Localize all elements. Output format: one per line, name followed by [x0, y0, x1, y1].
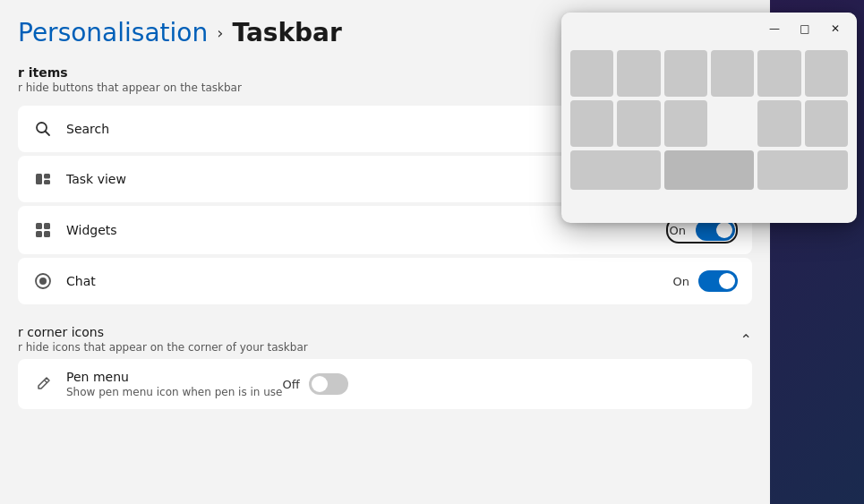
breadcrumb-current: Taskbar — [232, 18, 341, 47]
pen-menu-label: Pen menu — [66, 370, 282, 384]
thumbnail-1-6 — [805, 50, 848, 97]
corner-icons-title: r corner icons — [18, 325, 308, 339]
pen-menu-sublabel: Show pen menu icon when pen is in use — [66, 386, 282, 398]
thumbnail-row-3 — [570, 150, 848, 190]
thumbnail-1-3 — [664, 50, 707, 97]
chat-icon — [32, 270, 54, 292]
thumbnail-2-5 — [757, 100, 800, 147]
thumbnail-1-2 — [617, 50, 660, 97]
pen-menu-icon — [32, 373, 54, 395]
thumbnail-2-1 — [570, 100, 613, 147]
svg-line-11 — [45, 380, 47, 383]
svg-rect-4 — [44, 180, 50, 184]
svg-rect-3 — [44, 174, 50, 179]
close-button[interactable]: ✕ — [821, 18, 850, 39]
search-icon — [32, 118, 54, 140]
thumbnail-1-1 — [570, 50, 613, 97]
thumbnail-3-1 — [570, 150, 661, 190]
pen-menu-toggle[interactable] — [309, 373, 348, 395]
thumbnail-2-gap — [711, 100, 754, 147]
breadcrumb-parent[interactable]: Personalisation — [18, 18, 208, 47]
widgets-icon — [32, 219, 54, 241]
popup-window: — □ ✕ — [561, 13, 857, 223]
pen-menu-right: Off — [282, 373, 347, 395]
popup-content — [561, 45, 857, 202]
pen-menu-item: Pen menu Show pen menu icon when pen is … — [18, 359, 752, 409]
svg-point-10 — [39, 278, 47, 285]
widgets-status: On — [669, 224, 685, 237]
breadcrumb-separator: › — [217, 23, 223, 42]
chat-toggle[interactable] — [698, 270, 738, 292]
svg-rect-6 — [44, 223, 50, 229]
chat-right: On — [673, 270, 738, 292]
thumbnail-3-2 — [664, 150, 755, 190]
svg-line-1 — [46, 132, 50, 136]
task-view-icon — [32, 168, 54, 190]
svg-rect-7 — [36, 231, 42, 237]
minimize-button[interactable]: — — [760, 18, 789, 39]
pen-menu-toggle-thumb — [312, 376, 328, 392]
corner-icons-subtitle: r hide icons that appear on the corner o… — [18, 341, 308, 354]
svg-rect-8 — [44, 231, 50, 237]
chat-label: Chat — [66, 274, 673, 288]
thumbnail-1-4 — [711, 50, 754, 97]
popup-titlebar: — □ ✕ — [561, 13, 857, 45]
chat-toggle-thumb — [719, 273, 735, 289]
chat-item: Chat On — [18, 258, 752, 304]
thumbnail-2-2 — [617, 100, 660, 147]
svg-rect-5 — [36, 223, 42, 229]
corner-icons-text: r corner icons r hide icons that appear … — [18, 325, 308, 354]
thumbnail-row-2 — [570, 100, 848, 147]
thumbnail-2-3 — [664, 100, 707, 147]
thumbnail-3-3 — [757, 150, 848, 190]
thumbnail-2-6 — [805, 100, 848, 147]
corner-icons-chevron[interactable]: ⌃ — [740, 331, 752, 348]
thumbnail-1-5 — [757, 50, 800, 97]
widgets-label: Widgets — [66, 223, 666, 237]
pen-menu-status: Off — [282, 378, 299, 391]
pen-menu-section: Pen menu Show pen menu icon when pen is … — [0, 359, 770, 417]
corner-icons-divider: r corner icons r hide icons that appear … — [0, 312, 770, 359]
pen-menu-text: Pen menu Show pen menu icon when pen is … — [66, 370, 282, 398]
widgets-toggle-thumb — [716, 222, 732, 238]
svg-rect-2 — [36, 174, 42, 184]
maximize-button[interactable]: □ — [791, 18, 819, 39]
chat-status: On — [673, 275, 689, 288]
thumbnail-row-1 — [570, 50, 848, 97]
